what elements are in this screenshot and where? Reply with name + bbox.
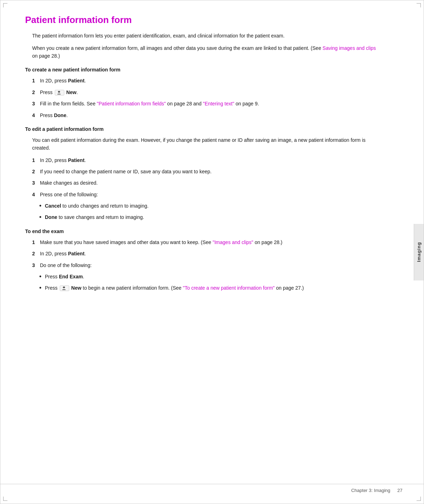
step-content: Do one of the following:	[40, 261, 382, 269]
end-exam-bold: End Exam	[59, 274, 83, 279]
side-tab-label: Imaging	[416, 242, 422, 262]
step-number: 3	[32, 179, 40, 187]
step-content: Make changes as desired.	[40, 179, 382, 187]
person-icon	[62, 286, 66, 290]
new-bold: New	[71, 285, 82, 291]
corner-mark-bl	[3, 497, 7, 501]
images-clips-link[interactable]: "Images and clips"	[213, 239, 253, 245]
section3-step3: 3 Do one of the following:	[32, 261, 382, 269]
bullet-content: Press End Exam.	[45, 273, 382, 281]
section1-step3: 3 Fill in the form fields. See "Patient …	[32, 100, 382, 108]
intro-para2-text-before: When you create a new patient informatio…	[32, 45, 323, 51]
step-number: 2	[32, 250, 40, 257]
step-number: 3	[32, 261, 40, 269]
section3-bullets: • Press End Exam. • Press New to begin a…	[39, 273, 382, 292]
new-icon	[55, 90, 64, 95]
intro-para2-text-after: on page 28.)	[32, 53, 60, 59]
side-tab: Imaging	[414, 224, 424, 280]
bullet-cancel: • Cancel to undo changes and return to i…	[39, 202, 382, 210]
section3-heading: To end the exam	[25, 228, 382, 234]
section3-step1: 1 Make sure that you have saved images a…	[32, 238, 382, 246]
step-content: In 2D, press Patient.	[40, 250, 382, 257]
step-number: 1	[32, 77, 40, 85]
bullet-symbol: •	[39, 213, 45, 221]
section2-bullets: • Cancel to undo changes and return to i…	[39, 202, 382, 221]
corner-mark-tr	[417, 3, 421, 7]
bullet-new-patient: • Press New to begin a new patient infor…	[39, 284, 382, 292]
section1-heading: To create a new patient information form	[25, 67, 382, 73]
saving-images-link[interactable]: Saving images and clips	[323, 45, 376, 51]
step-content: Press New.	[40, 88, 382, 96]
done-bold: Done	[54, 112, 66, 118]
intro-para1: The patient information form lets you en…	[32, 32, 382, 40]
corner-mark-tl	[3, 3, 7, 7]
bullet-symbol: •	[39, 273, 45, 281]
new-bold: New	[66, 89, 77, 95]
step-number: 2	[32, 168, 40, 175]
step-content: If you need to change the patient name o…	[40, 168, 382, 175]
step-number: 3	[32, 100, 40, 108]
create-new-patient-link[interactable]: "To create a new patient information for…	[183, 285, 275, 291]
new-icon	[60, 285, 69, 291]
section2-step4: 4 Press one of the following:	[32, 191, 382, 198]
done-bold: Done	[45, 214, 57, 220]
section2-intro: You can edit patient information during …	[32, 136, 382, 152]
step-number: 2	[32, 88, 40, 96]
page-footer: Chapter 3: Imaging 27	[0, 484, 424, 497]
step-content: In 2D, press Patient.	[40, 77, 382, 85]
section3-steps: 1 Make sure that you have saved images a…	[32, 238, 382, 269]
corner-mark-br	[417, 497, 421, 501]
page-wrapper: Patient information form The patient inf…	[0, 0, 424, 504]
page-title: Patient information form	[25, 15, 382, 25]
bullet-symbol: •	[39, 202, 45, 210]
svg-rect-0	[58, 91, 60, 93]
section1-step1: 1 In 2D, press Patient.	[32, 77, 382, 85]
step-content: In 2D, press Patient.	[40, 156, 382, 164]
section2-step2: 2 If you need to change the patient name…	[32, 168, 382, 175]
section2-heading: To edit a patient information form	[25, 126, 382, 132]
section1-step2: 2 Press New.	[32, 88, 382, 96]
main-content: Patient information form The patient inf…	[0, 0, 403, 504]
section3-step2: 2 In 2D, press Patient.	[32, 250, 382, 257]
footer-page-number: 27	[398, 488, 402, 493]
step-content: Make sure that you have saved images and…	[40, 238, 382, 246]
svg-rect-1	[63, 286, 65, 288]
person-icon	[57, 91, 61, 95]
entering-text-link[interactable]: "Entering text"	[203, 101, 234, 106]
section1-step4: 4 Press Done.	[32, 111, 382, 119]
section2-steps: 1 In 2D, press Patient. 2 If you need to…	[32, 156, 382, 199]
step-content: Press Done.	[40, 111, 382, 119]
step-number: 1	[32, 156, 40, 164]
step-number: 4	[32, 191, 40, 198]
bullet-content: Done to save changes and return to imagi…	[45, 213, 382, 221]
bullet-content: Press New to begin a new patient informa…	[45, 284, 382, 292]
bullet-done: • Done to save changes and return to ima…	[39, 213, 382, 221]
step-number: 1	[32, 238, 40, 246]
step-number: 4	[32, 111, 40, 119]
intro-para2: When you create a new patient informatio…	[32, 44, 382, 60]
bullet-content: Cancel to undo changes and return to ima…	[45, 202, 382, 210]
patient-info-fields-link[interactable]: "Patient information form fields"	[97, 101, 166, 106]
patient-bold: Patient	[68, 78, 84, 83]
footer-chapter: Chapter 3: Imaging	[351, 488, 390, 493]
patient-bold: Patient	[68, 157, 84, 163]
step-content: Fill in the form fields. See "Patient in…	[40, 100, 382, 108]
cancel-bold: Cancel	[45, 203, 61, 209]
bullet-symbol: •	[39, 284, 45, 292]
footer-text: Chapter 3: Imaging 27	[351, 488, 402, 493]
bullet-end-exam: • Press End Exam.	[39, 273, 382, 281]
step-content: Press one of the following:	[40, 191, 382, 198]
patient-bold: Patient	[68, 251, 84, 256]
section2-step3: 3 Make changes as desired.	[32, 179, 382, 187]
section1-steps: 1 In 2D, press Patient. 2 Press New. 3 F…	[32, 77, 382, 119]
section2-step1: 1 In 2D, press Patient.	[32, 156, 382, 164]
